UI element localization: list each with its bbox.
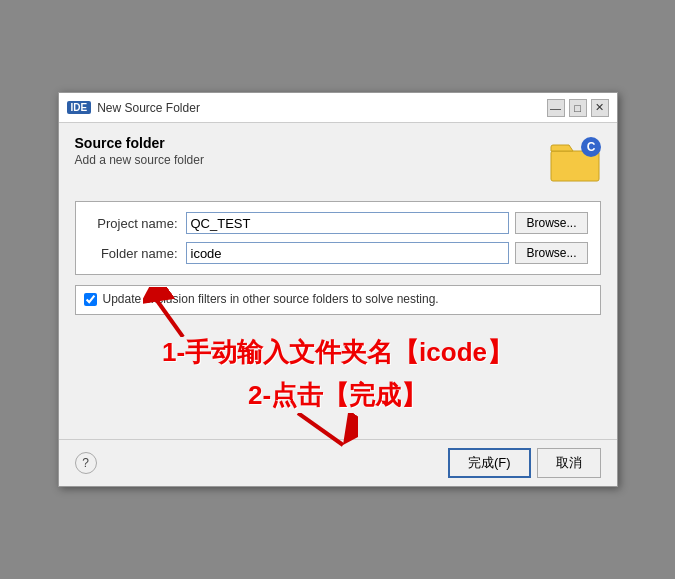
project-label: Project name: xyxy=(88,216,178,231)
folder-row: Folder name: Browse... xyxy=(88,242,588,264)
dialog-window: IDE New Source Folder — □ ✕ Source folde… xyxy=(58,92,618,487)
close-button[interactable]: ✕ xyxy=(591,99,609,117)
annotation-wrapper: 1-手动输入文件夹名【icode】 2-点击【完成】 xyxy=(75,325,601,423)
folder-label: Folder name: xyxy=(88,246,178,261)
folder-browse-button[interactable]: Browse... xyxy=(515,242,587,264)
folder-name-input[interactable] xyxy=(186,242,510,264)
help-button[interactable]: ? xyxy=(75,452,97,474)
finish-button[interactable]: 完成(F) xyxy=(448,448,531,478)
svg-line-7 xyxy=(298,413,343,445)
header-section: Source folder Add a new source folder C xyxy=(75,135,601,187)
header-title: Source folder xyxy=(75,135,549,151)
annotation-text-2: 2-点击【完成】 xyxy=(248,378,427,413)
maximize-button[interactable]: □ xyxy=(569,99,587,117)
bottom-bar: ? 完成(F) 取消 xyxy=(59,439,617,486)
project-name-input[interactable] xyxy=(186,212,510,234)
title-controls: — □ ✕ xyxy=(547,99,609,117)
svg-text:C: C xyxy=(586,140,595,154)
project-row: Project name: Browse... xyxy=(88,212,588,234)
title-bar: IDE New Source Folder — □ ✕ xyxy=(59,93,617,123)
folder-icon: C xyxy=(549,135,601,187)
project-browse-button[interactable]: Browse... xyxy=(515,212,587,234)
header-text: Source folder Add a new source folder xyxy=(75,135,549,167)
update-exclusion-checkbox[interactable] xyxy=(84,293,97,306)
form-section: Project name: Browse... Folder name: Bro… xyxy=(75,201,601,275)
ide-badge: IDE xyxy=(67,101,92,114)
header-subtitle: Add a new source folder xyxy=(75,153,549,167)
dialog-content: Source folder Add a new source folder C xyxy=(59,123,617,439)
minimize-button[interactable]: — xyxy=(547,99,565,117)
annotation-area: 1-手动输入文件夹名【icode】 2-点击【完成】 xyxy=(85,325,591,423)
title-bar-left: IDE New Source Folder xyxy=(67,101,547,115)
window-title: New Source Folder xyxy=(97,101,200,115)
annotation-text-1: 1-手动输入文件夹名【icode】 xyxy=(162,335,513,370)
cancel-button[interactable]: 取消 xyxy=(537,448,601,478)
bottom-buttons: 完成(F) 取消 xyxy=(448,448,601,478)
arrow-down-icon xyxy=(288,413,358,453)
